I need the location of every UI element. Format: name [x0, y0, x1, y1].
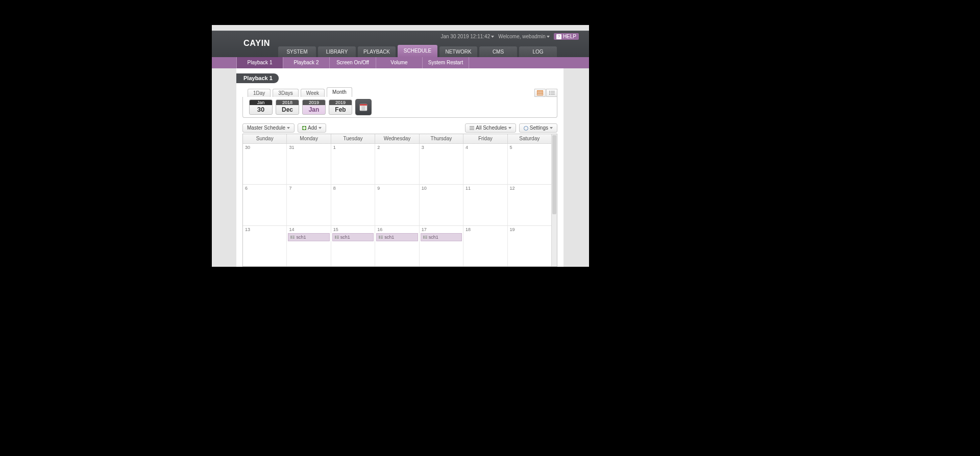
day-number: 17	[422, 227, 427, 232]
list-view-button[interactable]	[546, 89, 557, 97]
list-icon	[549, 90, 555, 95]
schedule-event[interactable]: sch1	[376, 233, 418, 241]
day-number: 5	[510, 145, 512, 150]
app-frame: CAYIN Jan 30 2019 12:11:42 Welcome, weba…	[212, 25, 589, 267]
calendar-cell[interactable]: 3	[420, 144, 463, 184]
view-tab-1day[interactable]: 1Day	[248, 89, 271, 97]
day-number: 11	[465, 186, 471, 191]
subtab-volume[interactable]: Volume	[376, 57, 423, 68]
date-pill-prev-month[interactable]: 2018 Dec	[276, 99, 299, 115]
tab-cms[interactable]: CMS	[479, 46, 517, 57]
calendar-cell[interactable]: 12	[508, 185, 551, 225]
list-filter-icon	[470, 126, 474, 130]
calendar-cell[interactable]: 15sch1	[331, 226, 375, 266]
col-saturday: Saturday	[508, 134, 551, 143]
calendar-cell[interactable]: 30	[243, 144, 287, 184]
calendar-cell[interactable]: 5	[508, 144, 551, 184]
plus-icon	[302, 126, 306, 130]
all-schedules-dropdown[interactable]: All Schedules	[465, 123, 516, 133]
day-number: 10	[422, 186, 427, 191]
calendar-cell[interactable]: 6	[243, 185, 287, 225]
day-number: 9	[377, 186, 380, 191]
tab-log[interactable]: LOG	[519, 46, 557, 57]
master-schedule-dropdown[interactable]: Master Schedule	[242, 123, 295, 133]
calendar-cell[interactable]: 16sch1	[375, 226, 419, 266]
header-bar: CAYIN Jan 30 2019 12:11:42 Welcome, weba…	[212, 31, 589, 57]
calendar-cell[interactable]: 10	[420, 185, 463, 225]
tab-network[interactable]: NETWORK	[439, 46, 477, 57]
schedule-event[interactable]: sch1	[421, 233, 462, 241]
tab-schedule[interactable]: SCHEDULE	[398, 45, 437, 57]
calendar-view-button[interactable]	[534, 89, 546, 97]
calendar-cell[interactable]: 18	[463, 226, 507, 266]
col-tuesday: Tuesday	[331, 134, 375, 143]
calendar-cell[interactable]: 7	[287, 185, 331, 225]
view-mode-toggle	[534, 89, 557, 97]
col-friday: Friday	[463, 134, 507, 143]
calendar-cell[interactable]: 1	[331, 144, 375, 184]
calendar-row: 6789101112	[243, 185, 551, 225]
calendar-cell[interactable]: 31	[287, 144, 331, 184]
schedule-event[interactable]: sch1	[288, 233, 329, 241]
calendar-cell[interactable]: 14sch1	[287, 226, 331, 266]
day-number: 14	[289, 227, 294, 232]
help-button[interactable]: ? HELP	[554, 33, 579, 40]
calendar-cell[interactable]: 13	[243, 226, 287, 266]
day-number: 19	[510, 227, 515, 232]
subtab-playback-2[interactable]: Playback 2	[283, 57, 330, 68]
day-number: 1	[333, 145, 336, 150]
day-number: 7	[289, 186, 291, 191]
day-number: 2	[377, 145, 380, 150]
help-icon: ?	[556, 34, 561, 39]
calendar-cell[interactable]: 19	[508, 226, 551, 266]
calendar-cell[interactable]: 17sch1	[420, 226, 463, 266]
subtab-system-restart[interactable]: System Restart	[423, 57, 469, 68]
calendar-cell[interactable]: 4	[463, 144, 507, 184]
calendar-scrollbar[interactable]	[551, 134, 557, 266]
datetime-label[interactable]: Jan 30 2019 12:11:42	[440, 34, 494, 39]
settings-dropdown[interactable]: Settings	[519, 123, 557, 133]
calendar-cell[interactable]: 9	[375, 185, 419, 225]
view-tab-month[interactable]: Month	[327, 87, 352, 97]
day-number: 3	[422, 145, 424, 150]
day-number: 16	[377, 227, 382, 232]
event-label: sch1	[340, 234, 350, 241]
event-icon	[335, 236, 339, 239]
calendar-body: 30311234567891011121314sch115sch116sch11…	[243, 144, 551, 266]
calendar-picker-button[interactable]	[355, 99, 372, 115]
col-thursday: Thursday	[420, 134, 463, 143]
event-icon	[290, 236, 295, 239]
subtab-playback-1[interactable]: Playback 1	[236, 57, 283, 68]
date-pill-next-month[interactable]: 2019 Feb	[329, 99, 352, 115]
tab-system[interactable]: SYSTEM	[278, 46, 316, 57]
schedule-event[interactable]: sch1	[332, 233, 374, 241]
scroll-thumb[interactable]	[552, 135, 556, 214]
event-icon	[379, 236, 383, 239]
subtab-screen-onoff[interactable]: Screen On/Off	[330, 57, 376, 68]
schedule-toolbar: Master Schedule Add All Schedules Settin…	[242, 123, 557, 133]
day-number: 4	[465, 145, 468, 150]
view-tabs: 1Day 3Days Week Month	[248, 89, 352, 97]
date-pill-current-month[interactable]: 2019 Jan	[302, 99, 326, 115]
day-number: 12	[510, 186, 515, 191]
sub-nav: Playback 1 Playback 2 Screen On/Off Volu…	[212, 57, 589, 68]
calendar-cell[interactable]: 11	[463, 185, 507, 225]
view-tab-3days[interactable]: 3Days	[273, 89, 298, 97]
gear-icon	[524, 126, 528, 131]
content-area: Playback 1 1Day 3Days Week Month	[212, 68, 589, 267]
svg-rect-1	[537, 91, 543, 95]
welcome-label[interactable]: Welcome, webadmin	[498, 34, 550, 39]
col-sunday: Sunday	[243, 134, 287, 143]
tab-playback[interactable]: PLAYBACK	[358, 46, 396, 57]
event-label: sch1	[429, 234, 438, 241]
calendar-cell[interactable]: 8	[331, 185, 375, 225]
tab-library[interactable]: LIBRARY	[318, 46, 356, 57]
view-tab-week[interactable]: Week	[301, 89, 325, 97]
calendar-cell[interactable]: 2	[375, 144, 419, 184]
view-tabs-row: 1Day 3Days Week Month	[242, 89, 557, 97]
day-number: 31	[289, 145, 294, 150]
calendar-row: 303112345	[243, 144, 551, 185]
col-monday: Monday	[287, 134, 331, 143]
date-pill-today[interactable]: Jan 30	[249, 99, 273, 115]
add-schedule-button[interactable]: Add	[298, 123, 326, 133]
